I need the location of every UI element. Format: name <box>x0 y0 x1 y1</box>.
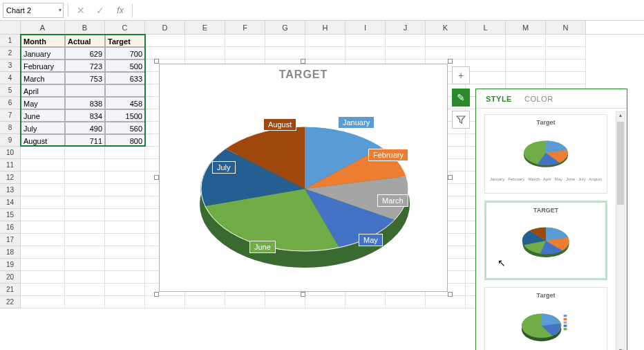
col-header-G[interactable]: G <box>265 21 305 34</box>
col-header-I[interactable]: I <box>345 21 386 34</box>
cell-B6[interactable]: 838 <box>65 97 105 109</box>
insert-function-button[interactable]: fx <box>111 3 128 18</box>
cell-B8[interactable]: 490 <box>65 122 105 134</box>
cell-B14[interactable] <box>65 196 105 209</box>
cell-J22[interactable] <box>386 296 426 308</box>
cell-B7[interactable]: 834 <box>65 109 105 122</box>
cell-K2[interactable] <box>426 47 466 59</box>
slice-label-march[interactable]: March <box>377 194 408 207</box>
cell-A7[interactable]: June <box>21 109 65 122</box>
cell-B13[interactable] <box>65 184 105 196</box>
row-header-19[interactable]: 19 <box>0 259 21 271</box>
cell-B11[interactable] <box>65 159 105 172</box>
chart-title[interactable]: TARGET <box>160 68 447 81</box>
cell-A21[interactable] <box>21 284 65 296</box>
tab-style[interactable]: STYLE <box>486 95 512 103</box>
slice-label-january[interactable]: January <box>338 116 375 129</box>
cell-L2[interactable] <box>466 47 506 59</box>
cell-A15[interactable] <box>21 209 65 221</box>
cell-E2[interactable] <box>185 47 225 59</box>
cell-E1[interactable] <box>185 35 225 47</box>
cell-A18[interactable] <box>21 246 65 259</box>
cell-I2[interactable] <box>345 47 386 59</box>
row-header-9[interactable]: 9 <box>0 134 21 147</box>
row-header-7[interactable]: 7 <box>0 109 21 122</box>
row-header-21[interactable]: 21 <box>0 284 21 296</box>
cell-B17[interactable] <box>65 234 105 246</box>
cell-C20[interactable] <box>105 271 145 284</box>
cell-A4[interactable]: March <box>21 72 65 84</box>
cell-B16[interactable] <box>65 221 105 234</box>
cell-A6[interactable]: May <box>21 97 65 109</box>
cell-M4[interactable] <box>506 72 546 84</box>
row-header-14[interactable]: 14 <box>0 196 21 209</box>
cell-C14[interactable] <box>105 196 145 209</box>
cell-B12[interactable] <box>65 172 105 184</box>
chart-object[interactable]: TARGET January February March <box>159 64 448 292</box>
row-header-11[interactable]: 11 <box>0 159 21 172</box>
cell-I22[interactable] <box>345 296 386 308</box>
cell-E22[interactable] <box>185 296 225 308</box>
cell-L3[interactable] <box>466 59 506 72</box>
row-header-2[interactable]: 2 <box>0 47 21 59</box>
cell-C19[interactable] <box>105 259 145 271</box>
cell-N1[interactable] <box>546 35 586 47</box>
cell-C15[interactable] <box>105 209 145 221</box>
cell-A11[interactable] <box>21 159 65 172</box>
row-header-5[interactable]: 5 <box>0 84 21 97</box>
cell-N2[interactable] <box>546 47 586 59</box>
pie-chart[interactable]: January February March May June July Aug… <box>187 106 422 286</box>
cell-G1[interactable] <box>265 35 305 47</box>
cell-B2[interactable]: 629 <box>65 47 105 59</box>
row-header-1[interactable]: 1 <box>0 35 21 47</box>
col-header-J[interactable]: J <box>386 21 426 34</box>
cell-B1[interactable]: Actual <box>65 35 105 47</box>
cell-C17[interactable] <box>105 234 145 246</box>
cell-A2[interactable]: January <box>21 47 65 59</box>
slice-label-june[interactable]: June <box>249 241 276 253</box>
cell-C18[interactable] <box>105 246 145 259</box>
col-header-C[interactable]: C <box>105 21 145 34</box>
confirm-formula-button[interactable]: ✓ <box>92 3 108 18</box>
cell-A17[interactable] <box>21 234 65 246</box>
col-header-H[interactable]: H <box>305 21 345 34</box>
scrollbar-thumb[interactable] <box>617 122 624 205</box>
cell-A5[interactable]: April <box>21 84 65 97</box>
scroll-down-icon[interactable]: ▾ <box>616 347 625 350</box>
style-thumb-2[interactable]: TARGET <box>484 201 607 280</box>
cell-C2[interactable]: 700 <box>105 47 145 59</box>
row-header-4[interactable]: 4 <box>0 72 21 84</box>
col-header-D[interactable]: D <box>145 21 185 34</box>
cell-G22[interactable] <box>265 296 305 308</box>
cell-C4[interactable]: 633 <box>105 72 145 84</box>
cell-C10[interactable] <box>105 147 145 159</box>
cell-G2[interactable] <box>265 47 305 59</box>
cell-B9[interactable]: 711 <box>65 134 105 147</box>
cell-C22[interactable] <box>105 296 145 308</box>
cell-C11[interactable] <box>105 159 145 172</box>
cell-C21[interactable] <box>105 284 145 296</box>
style-thumb-1[interactable]: Target January · February · March · Apri… <box>484 114 607 194</box>
cell-L4[interactable] <box>466 72 506 84</box>
cell-A22[interactable] <box>21 296 65 308</box>
cell-B18[interactable] <box>65 246 105 259</box>
cell-F1[interactable] <box>225 35 265 47</box>
cell-A10[interactable] <box>21 147 65 159</box>
cell-B19[interactable] <box>65 259 105 271</box>
cell-B21[interactable] <box>65 284 105 296</box>
formula-input[interactable] <box>137 3 641 18</box>
gallery-scrollbar[interactable]: ▴ ▾ <box>616 111 625 350</box>
cell-L1[interactable] <box>466 35 506 47</box>
col-header-B[interactable]: B <box>65 21 105 34</box>
cell-H2[interactable] <box>305 47 345 59</box>
cell-K1[interactable] <box>426 35 466 47</box>
cell-F2[interactable] <box>225 47 265 59</box>
slice-label-may[interactable]: May <box>359 234 383 246</box>
row-header-16[interactable]: 16 <box>0 221 21 234</box>
style-thumb-3[interactable]: Target <box>484 287 607 350</box>
cell-A16[interactable] <box>21 221 65 234</box>
cell-A13[interactable] <box>21 184 65 196</box>
cell-C3[interactable]: 500 <box>105 59 145 72</box>
cell-M3[interactable] <box>506 59 546 72</box>
col-header-K[interactable]: K <box>426 21 466 34</box>
